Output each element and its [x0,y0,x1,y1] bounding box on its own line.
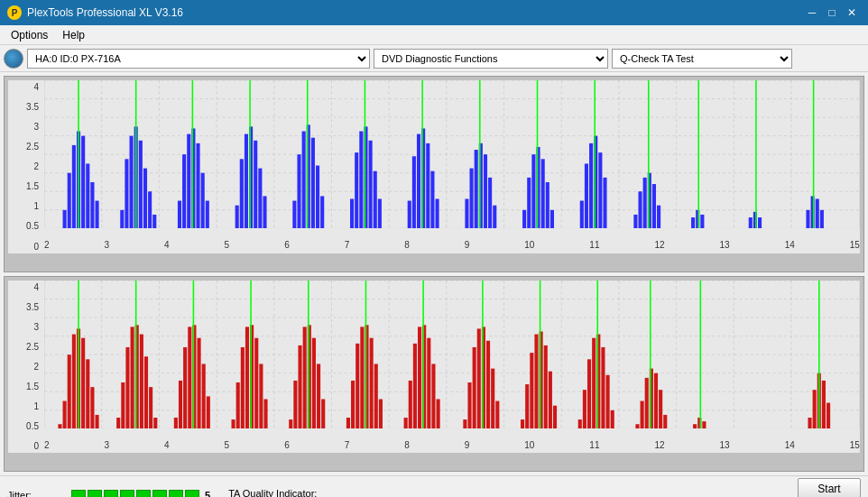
svg-rect-180 [241,346,245,428]
device-select[interactable]: HA:0 ID:0 PX-716A [27,49,370,69]
svg-rect-122 [816,198,819,228]
svg-rect-162 [131,327,134,428]
svg-rect-174 [198,337,201,428]
maximize-button[interactable]: □ [823,4,841,22]
svg-rect-112 [691,217,695,228]
jitter-seg-1 [71,490,86,498]
svg-rect-243 [645,377,649,428]
svg-rect-225 [530,353,533,428]
jitter-label: Jitter: [7,490,66,498]
svg-rect-91 [527,178,531,228]
svg-rect-123 [820,210,824,229]
info-left: Jitter: 5 Peak Shift: [7,490,210,498]
svg-rect-211 [431,364,435,428]
svg-rect-246 [659,390,662,428]
menu-bar: Options Help [0,25,868,45]
menu-options[interactable]: Options [4,27,55,43]
svg-rect-238 [606,374,610,428]
toolbar: HA:0 ID:0 PX-716A DVD Diagnostic Functio… [0,45,868,72]
svg-rect-42 [178,201,181,229]
globe-icon [4,49,23,69]
svg-rect-230 [553,405,557,428]
svg-rect-74 [408,201,411,229]
svg-rect-189 [298,345,301,428]
function-select[interactable]: DVD Diagnostic Functions [374,49,608,69]
svg-rect-76 [417,134,420,229]
svg-rect-215 [467,382,471,428]
svg-rect-30 [90,182,94,228]
svg-rect-228 [544,345,548,428]
svg-rect-86 [484,154,487,228]
svg-rect-38 [143,169,147,229]
svg-rect-175 [202,364,206,428]
svg-rect-184 [259,364,263,428]
svg-rect-171 [183,346,187,428]
svg-rect-257 [826,402,830,428]
svg-rect-68 [359,131,363,228]
start-button[interactable]: Start [798,478,861,498]
jitter-row: Jitter: 5 [7,490,210,498]
main-content: 4 3.5 3 2.5 2 1.5 1 0.5 0 [0,72,868,475]
info-bar: Jitter: 5 Peak Shift: [0,475,868,497]
svg-rect-60 [302,131,306,228]
top-chart-y-labels: 4 3.5 3 2.5 2 1.5 1 0.5 0 [8,80,42,253]
svg-rect-170 [179,380,182,428]
svg-rect-88 [493,206,496,229]
svg-rect-193 [317,364,320,428]
svg-rect-216 [473,346,476,428]
close-button[interactable]: ✕ [843,4,861,22]
bottom-chart-y-labels: 4 3.5 3 2.5 2 1.5 1 0.5 0 [8,281,42,454]
svg-rect-185 [263,399,267,428]
svg-rect-233 [583,390,586,428]
bottom-chart-svg [44,281,860,428]
svg-rect-99 [585,163,588,228]
svg-rect-31 [96,201,99,229]
svg-rect-242 [641,400,644,428]
ta-quality-label: TA Quality Indicator: [228,488,317,498]
svg-rect-106 [638,191,642,228]
svg-rect-199 [360,327,364,428]
jitter-seg-4 [120,490,134,498]
svg-rect-210 [427,337,430,428]
svg-rect-254 [813,390,817,428]
svg-rect-221 [495,400,499,428]
svg-rect-151 [68,354,71,428]
svg-rect-194 [321,399,325,428]
svg-rect-181 [245,327,249,428]
svg-rect-55 [258,169,262,229]
svg-rect-234 [587,359,591,428]
svg-rect-159 [116,418,120,428]
svg-rect-96 [550,210,554,229]
menu-help[interactable]: Help [55,27,92,43]
svg-rect-188 [293,380,297,428]
svg-rect-95 [546,182,549,228]
svg-rect-154 [81,337,85,428]
top-chart-inner: 4 3.5 3 2.5 2 1.5 1 0.5 0 [8,80,860,253]
svg-rect-105 [633,215,637,228]
svg-rect-35 [130,136,134,229]
svg-rect-120 [806,210,809,229]
svg-rect-33 [120,210,124,229]
test-select[interactable]: Q-Check TA Test [612,49,792,69]
svg-rect-239 [611,410,614,428]
svg-rect-235 [592,337,596,428]
svg-rect-84 [475,150,478,228]
svg-rect-192 [312,337,316,428]
svg-rect-241 [635,424,639,428]
svg-rect-109 [652,184,656,228]
top-chart-svg [44,80,860,228]
ta-quality-section: TA Quality Indicator: Excellent [228,488,317,498]
svg-rect-179 [236,382,240,428]
info-right: Start i [798,478,861,498]
svg-rect-116 [749,217,753,228]
svg-rect-220 [491,368,494,428]
svg-rect-217 [477,328,481,428]
svg-rect-212 [437,399,440,428]
svg-rect-47 [201,173,205,229]
svg-rect-157 [96,414,99,428]
title-bar-left: P PlexTools Professional XL V3.16 [7,5,183,20]
minimize-button[interactable]: ─ [803,4,821,22]
svg-rect-80 [436,198,439,228]
svg-rect-51 [240,159,244,228]
svg-rect-229 [549,371,552,428]
